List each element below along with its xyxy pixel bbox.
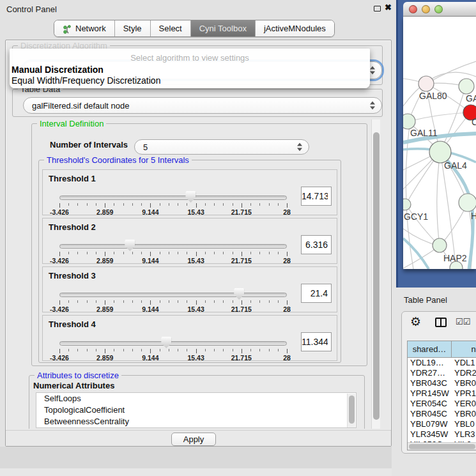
slider-track[interactable] [59,244,287,249]
attribute-list-item[interactable]: TopologicalCoefficient [36,404,356,416]
threshold-value-input[interactable] [301,284,332,303]
tick-minor [77,252,78,254]
table-hscrollbar-thumb[interactable] [409,444,475,449]
threshold-label: Threshold 2 [49,222,96,232]
float-window-icon[interactable] [374,6,381,12]
tick-minor [278,300,279,303]
tick-major [196,300,197,305]
slider-track[interactable] [59,293,287,297]
tab-style[interactable]: Style [114,20,150,36]
table-data-combo-value: galFiltered.sif default node [32,101,129,111]
slider-track[interactable] [59,341,287,346]
tick-major [150,349,151,353]
cell-name: YLR3 [452,429,476,440]
tick-label: 15.43 [187,305,204,313]
column-header-name[interactable]: n [452,341,476,358]
close-traffic-light[interactable] [409,5,417,13]
tick-minor [250,349,251,351]
apply-button[interactable]: Apply [171,433,216,446]
tick-label: 2.859 [96,354,113,362]
slider-track[interactable] [59,196,287,200]
tick-minor [141,300,142,303]
tick-minor [114,349,114,351]
tick-label: 21.715 [231,305,252,313]
attributes-group-title: Attributes to discretize [35,371,121,380]
cell-name: YDL1 [452,358,476,368]
tick-minor [96,252,96,254]
threshold-label: Threshold 3 [49,271,96,280]
tab-jactivemnodules[interactable]: jActiveMNodules [255,20,334,36]
tab-select[interactable]: Select [150,20,190,36]
cyni-toolbox-panel: Discretization Algorithm Select algorith… [5,40,392,447]
tick-minor [169,252,169,254]
columns-icon[interactable] [435,318,447,327]
tick-major [150,203,151,208]
table-row[interactable]: YBL079WYBL0 [408,419,476,429]
settings-vertical-scrollbar[interactable] [371,119,380,429]
threshold-label: Threshold 4 [49,319,96,329]
tab-network[interactable]: Network [54,20,114,36]
node-gal11 [403,114,415,129]
threshold-value-input[interactable] [301,235,332,254]
thresholds-group-title: Threshold's Coordinates for 5 Intervals [44,155,192,165]
cell-name: YPR1 [452,388,476,399]
table-data-combo[interactable]: galFiltered.sif default node [23,97,382,114]
table-row[interactable]: YPR145WYPR1 [408,388,476,399]
bottom-tab-strip: Impute Data Discretize Data Infer Networ… [0,447,396,468]
tick-minor [141,349,142,351]
minimize-traffic-light[interactable] [422,5,430,13]
table-row[interactable]: YDL19…YDL1 [408,358,476,368]
table-row[interactable]: YDR27…YDR2 [408,368,476,378]
slider-thumb[interactable] [161,337,171,348]
algorithm-option-equal-width[interactable]: Equal Width/Frequency Discretization [12,75,160,86]
gear-icon[interactable]: ⚙ [410,314,421,329]
tick-label: -3.426 [50,305,69,313]
close-window-icon[interactable]: ✖ [385,3,392,12]
table-data-group: Table Data galFiltered.sif default node [12,89,383,117]
screen: Control Panel ✖ Network Style Select Cyn… [0,0,476,476]
table-row[interactable]: YBR045CYBR0 [408,409,476,419]
attribute-list-item[interactable]: SelfLoops [36,393,356,404]
combo-arrows-icon [370,66,375,75]
tick-label: 2.859 [96,305,113,313]
cell-name: YBL0 [452,419,476,429]
table-row[interactable]: YBR043CYBR0 [408,378,476,388]
algorithm-option-manual[interactable]: Manual Discretization [12,65,104,75]
number-of-intervals-combo[interactable]: 5 [134,139,309,155]
network-canvas[interactable]: GAL80 GA C GAL11 GAL4 GCY1 H HAP2 [403,17,476,269]
select-columns-checkboxes-icon[interactable]: ☑☑ [456,317,470,326]
threshold-value-input[interactable] [301,187,332,206]
settings-scrollbar-thumb[interactable] [373,132,380,420]
table-row[interactable]: YLR345WYLR3 [408,429,476,440]
network-window-titlebar[interactable] [403,2,476,17]
table-horizontal-scrollbar[interactable] [408,442,476,450]
combo-arrows-icon [297,143,302,151]
slider-thumb[interactable] [125,240,135,251]
tick-label: 9.144 [142,208,158,216]
tick-minor [141,252,142,254]
attributes-scrollbar-thumb[interactable] [349,395,355,424]
attributes-scrollbar[interactable] [347,394,355,428]
tick-minor [123,300,124,303]
cell-shared-name: YDL19… [408,358,452,368]
column-header-shared-name[interactable]: shared… [408,341,452,358]
tab-style-label: Style [123,20,142,36]
tick-major [150,252,151,256]
slider-thumb[interactable] [185,191,196,203]
attribute-list-item[interactable]: BetweennessCentrality [36,416,356,427]
zoom-traffic-light[interactable] [434,5,443,13]
tab-cyni-toolbox[interactable]: Cyni Toolbox [190,20,255,36]
tick-minor [214,252,215,254]
table-row[interactable]: YER054CYER0 [408,399,476,409]
tick-minor [259,300,260,303]
label-gal4: GAL4 [444,160,467,171]
node-gal4 [429,141,451,163]
tick-minor [178,252,178,254]
table-panel: Table Panel ⚙ ☑☑ shared… n YDL19…YDL1YDR… [392,288,476,476]
tick-major [242,203,242,208]
threshold-value-input[interactable] [301,332,332,351]
slider-thumb[interactable] [234,288,244,300]
tick-minor [96,349,96,351]
table-body: YDL19…YDL1YDR27…YDR2YBR043CYBR0YPR145WYP… [408,358,476,442]
panel-tab-bar: Network Style Select Cyni Toolbox jActiv… [54,20,335,37]
